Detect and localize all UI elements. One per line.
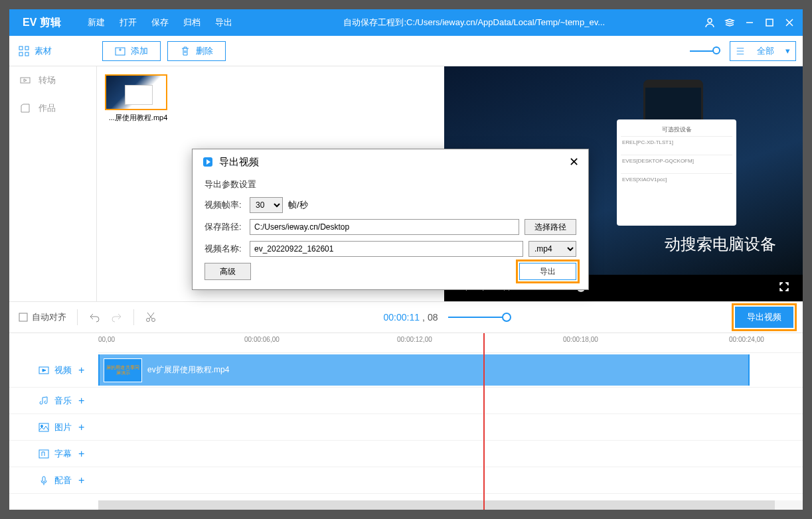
menu-archive[interactable]: 归档 (183, 17, 201, 29)
timeline: 00,00 00:00:06,00 00:00:12,00 00:00:18,0… (9, 333, 803, 510)
add-image-track-icon[interactable]: + (78, 421, 84, 433)
track-body-dub[interactable] (98, 467, 803, 493)
track-body-video[interactable]: 屏的用途 共享同屏演示 ev扩展屏使用教程.mp4 (98, 353, 803, 387)
svg-rect-7 (21, 78, 30, 83)
track-head-video[interactable]: 视频 + (9, 364, 98, 376)
tab-assets-label: 素材 (35, 45, 52, 57)
ruler-mark: 00:00:18,00 (563, 336, 598, 343)
track-video-label: 视频 (54, 364, 72, 376)
track-body-subtitle[interactable] (98, 441, 803, 467)
add-button[interactable]: 添加 (102, 41, 161, 61)
track-video: 视频 + 屏的用途 共享同屏演示 ev扩展屏使用教程.mp4 (9, 353, 803, 388)
timeline-ruler[interactable]: 00,00 00:00:06,00 00:00:12,00 00:00:18,0… (98, 333, 803, 353)
svg-point-0 (708, 19, 712, 23)
path-input[interactable] (250, 219, 519, 235)
filter-dropdown[interactable]: 全部 ▾ (730, 41, 796, 61)
track-music: 音乐 + (9, 388, 803, 414)
track-head-image[interactable]: 图片 + (9, 421, 98, 433)
playhead[interactable] (483, 333, 485, 510)
zoom-slider[interactable] (448, 317, 508, 318)
fps-select[interactable]: 30 (250, 197, 283, 213)
maximize-icon[interactable] (764, 17, 775, 28)
track-head-music[interactable]: 音乐 + (9, 395, 98, 407)
track-image: 图片 + (9, 414, 803, 441)
titlebar: EV 剪辑 新建 打开 保存 归档 导出 自动保存工程到:C:/Users/ie… (9, 9, 803, 36)
dialog-section-title: 导出参数设置 (204, 179, 576, 190)
menu-open[interactable]: 打开 (120, 17, 137, 29)
add-subtitle-track-icon[interactable]: + (78, 448, 84, 460)
asset-name: ...屏使用教程.mp4 (105, 113, 171, 123)
dialog-body: 导出参数设置 视频帧率: 30 帧/秒 保存路径: 选择路径 视频名称: .mp… (193, 175, 588, 289)
dialog-titlebar: 导出视频 ✕ (193, 149, 588, 175)
preview-caption: 动搜索电脑设备 (665, 234, 776, 255)
track-body-music[interactable] (98, 388, 803, 413)
export-confirm-button[interactable]: 导出 (519, 263, 576, 280)
export-dialog: 导出视频 ✕ 导出参数设置 视频帧率: 30 帧/秒 保存路径: 选择路径 视频… (192, 149, 589, 290)
device-item: EVES[XIAOV1pcc] (621, 173, 732, 192)
add-dub-track-icon[interactable]: + (78, 475, 84, 486)
preview-device-list: 可选投设备 EREL[PC-XD-TLST1] EVES[DESKTOP-GQC… (617, 119, 736, 226)
device-item: EVES[DESKTOP-GQCKOFM] (621, 155, 732, 173)
path-row: 保存路径: 选择路径 (204, 219, 576, 235)
dialog-close-icon[interactable]: ✕ (569, 155, 579, 169)
name-input[interactable] (250, 241, 523, 257)
scrollbar-thumb[interactable] (98, 500, 775, 510)
ruler-mark: 00:00:12,00 (397, 336, 432, 343)
minimize-icon[interactable] (744, 17, 755, 28)
layers-icon[interactable] (724, 17, 735, 28)
add-video-track-icon[interactable]: + (78, 364, 84, 376)
delete-button[interactable]: 删除 (167, 41, 226, 61)
ruler-mark: 00:00:06,00 (244, 336, 280, 343)
play-icon (202, 156, 214, 168)
user-icon[interactable] (704, 17, 715, 28)
svg-rect-4 (19, 52, 23, 56)
add-music-track-icon[interactable]: + (78, 395, 84, 407)
menu-export[interactable]: 导出 (215, 17, 232, 29)
asset-thumbnail (105, 74, 167, 110)
svg-rect-5 (25, 52, 29, 56)
timeline-scrollbar[interactable] (98, 500, 803, 510)
sidebar-item-transitions[interactable]: 转场 (9, 66, 96, 94)
fullscreen-button[interactable] (779, 281, 789, 295)
timeline-toolbar: 自动对齐 00:00:11 , 08 导出视频 (9, 301, 803, 333)
menu-new[interactable]: 新建 (88, 17, 105, 29)
tab-assets[interactable]: 素材 (16, 45, 96, 57)
thumb-size-slider[interactable] (690, 50, 716, 52)
add-button-label: 添加 (131, 45, 148, 57)
track-dub: 配音 + (9, 467, 803, 494)
timecode-frames: 08 (428, 312, 438, 323)
svg-point-13 (41, 425, 43, 427)
advanced-button[interactable]: 高级 (204, 263, 251, 280)
redo-icon[interactable] (111, 311, 123, 323)
main-menu: 新建 打开 保存 归档 导出 (88, 17, 232, 29)
cut-icon[interactable] (145, 311, 157, 323)
menu-save[interactable]: 保存 (151, 17, 169, 29)
timecode-display: 00:00:11 , 08 (384, 312, 438, 323)
clip-thumbnail: 屏的用途 共享同屏演示 (104, 358, 142, 382)
track-subtitle: 字幕 + (9, 441, 803, 467)
export-video-button[interactable]: 导出视频 (735, 307, 793, 328)
auto-align-checkbox[interactable]: 自动对齐 (19, 311, 66, 323)
track-music-label: 音乐 (54, 395, 72, 407)
auto-align-label: 自动对齐 (32, 311, 66, 323)
track-head-dub[interactable]: 配音 + (9, 475, 98, 486)
track-subtitle-label: 字幕 (54, 448, 72, 460)
browse-button[interactable]: 选择路径 (525, 219, 576, 235)
track-body-image[interactable] (98, 414, 803, 440)
sidebar-item-works[interactable]: 作品 (9, 94, 96, 122)
sidebar-transitions-label: 转场 (39, 74, 56, 86)
close-icon[interactable] (784, 17, 795, 28)
undo-icon[interactable] (88, 311, 100, 323)
sidebar-works-label: 作品 (39, 102, 56, 114)
ext-select[interactable]: .mp4 (528, 241, 576, 257)
svg-rect-14 (39, 450, 48, 458)
track-head-subtitle[interactable]: 字幕 + (9, 448, 98, 460)
fps-row: 视频帧率: 30 帧/秒 (204, 197, 576, 213)
asset-item[interactable]: ...屏使用教程.mp4 (105, 74, 171, 123)
video-clip[interactable]: 屏的用途 共享同屏演示 ev扩展屏使用教程.mp4 (98, 354, 750, 386)
svg-rect-8 (19, 313, 27, 321)
svg-rect-15 (42, 477, 45, 482)
dialog-actions: 高级 导出 (204, 263, 576, 280)
fps-unit: 帧/秒 (288, 199, 308, 211)
svg-rect-3 (25, 46, 29, 50)
